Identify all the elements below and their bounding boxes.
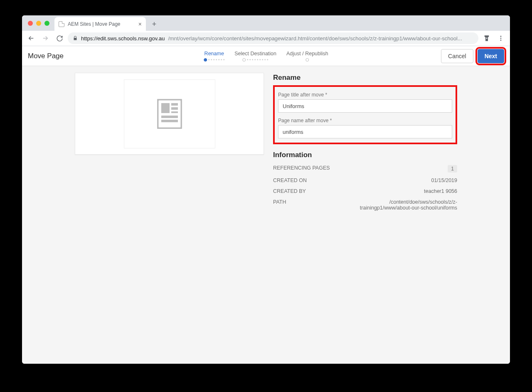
referencing-pages-badge: 1 xyxy=(448,165,457,173)
svg-rect-10 xyxy=(161,120,178,122)
svg-rect-5 xyxy=(161,103,170,113)
reload-button[interactable] xyxy=(54,32,65,44)
svg-point-0 xyxy=(486,37,487,39)
wizard-progress: Rename Select Destination Adjust / Repub… xyxy=(204,51,328,62)
page-title-input[interactable] xyxy=(278,99,452,113)
page-title: Move Page xyxy=(28,52,64,60)
page-thumbnail xyxy=(124,79,215,148)
kebab-icon xyxy=(498,35,504,42)
next-button[interactable]: Next xyxy=(478,49,504,63)
browser-tab-title: AEM Sites | Move Page xyxy=(68,21,121,27)
window-controls xyxy=(25,15,53,31)
info-row-created-on: CREATED ON 01/15/2019 xyxy=(273,175,457,186)
url-path: /mnt/overlay/wcm/core/content/sites/move… xyxy=(168,35,462,42)
close-tab-icon[interactable]: × xyxy=(138,21,142,27)
url-host: https://edit.sws.schools.nsw.gov.au xyxy=(81,35,165,42)
rename-heading: Rename xyxy=(273,74,457,82)
svg-point-1 xyxy=(500,36,502,37)
info-row-created-by: CREATED BY teacher1 9056 xyxy=(273,186,457,197)
information-list: REFERENCING PAGES 1 CREATED ON 01/15/201… xyxy=(273,163,457,213)
lock-icon xyxy=(73,36,78,41)
reload-icon xyxy=(56,35,63,42)
address-bar[interactable]: https://edit.sws.schools.nsw.gov.au/mnt/… xyxy=(68,32,478,44)
browser-tab[interactable]: AEM Sites | Move Page × xyxy=(54,17,146,31)
page-title-label: Page title after move * xyxy=(278,92,452,98)
page-thumbnail-card xyxy=(75,73,264,155)
wizard-step-adjust[interactable]: Adjust / Republish xyxy=(286,51,328,62)
info-value: /content/doe/sws/schools/z/z-trainingp1/… xyxy=(349,199,457,211)
close-window-icon[interactable] xyxy=(28,21,33,26)
wizard-step-label: Select Destination xyxy=(234,51,276,58)
svg-rect-8 xyxy=(171,111,178,113)
page-placeholder-icon xyxy=(157,99,182,129)
svg-rect-9 xyxy=(161,116,178,118)
new-tab-button[interactable]: + xyxy=(148,18,160,30)
forward-button[interactable] xyxy=(39,32,51,44)
svg-rect-7 xyxy=(171,107,178,110)
wizard-step-destination[interactable]: Select Destination xyxy=(234,51,276,62)
wizard-step-label: Adjust / Republish xyxy=(286,51,328,58)
wizard-content: Rename Page title after move * Page name… xyxy=(22,66,510,364)
wizard-step-rename[interactable]: Rename xyxy=(204,51,224,62)
browser-window: AEM Sites | Move Page × + https://edit.s… xyxy=(22,15,510,364)
svg-point-2 xyxy=(500,38,502,39)
app-header: Move Page Rename Select Destination Adju… xyxy=(22,46,510,66)
info-row-referencing-pages: REFERENCING PAGES 1 xyxy=(273,163,457,175)
arrow-right-icon xyxy=(42,35,49,42)
back-button[interactable] xyxy=(25,32,37,44)
info-label: REFERENCING PAGES xyxy=(273,165,330,171)
info-label: CREATED BY xyxy=(273,188,306,194)
svg-point-3 xyxy=(500,39,502,41)
maximize-window-icon[interactable] xyxy=(44,21,49,26)
info-value: teacher1 9056 xyxy=(424,188,457,194)
info-label: CREATED ON xyxy=(273,178,307,183)
info-value: 01/15/2019 xyxy=(431,178,457,183)
cancel-button[interactable]: Cancel xyxy=(441,49,473,63)
info-label: PATH xyxy=(273,199,286,205)
info-row-path: PATH /content/doe/sws/schools/z/z-traini… xyxy=(273,197,457,213)
profile-extension-icon[interactable] xyxy=(481,32,493,44)
wizard-step-label: Rename xyxy=(204,51,224,58)
svg-rect-6 xyxy=(171,103,178,106)
minimize-window-icon[interactable] xyxy=(36,21,41,26)
browser-toolbar: https://edit.sws.schools.nsw.gov.au/mnt/… xyxy=(22,31,510,46)
browser-tab-strip: AEM Sites | Move Page × + xyxy=(22,15,510,31)
browser-menu-button[interactable] xyxy=(495,32,507,44)
rename-form-highlight: Page title after move * Page name after … xyxy=(273,85,457,144)
information-heading: Information xyxy=(273,151,457,159)
page-name-label: Page name after move * xyxy=(278,118,452,123)
page-icon xyxy=(59,21,64,27)
arrow-left-icon xyxy=(27,35,35,42)
page-name-input[interactable] xyxy=(278,125,452,138)
